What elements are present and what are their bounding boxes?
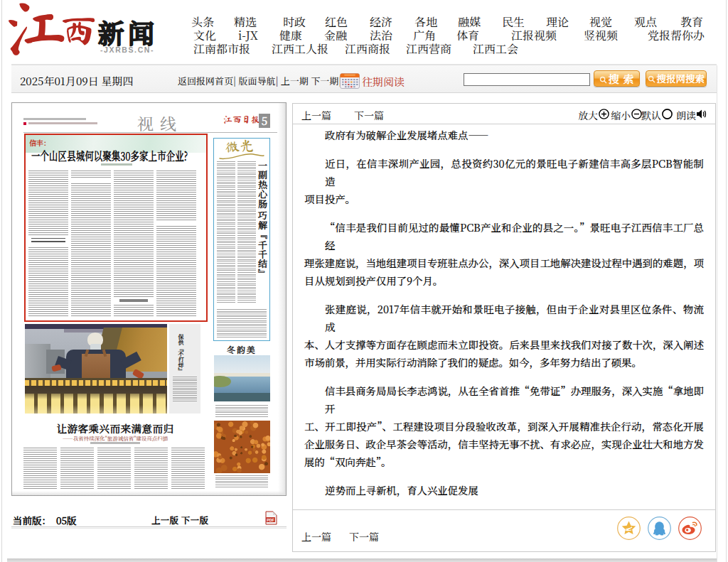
svg-text:PDF: PDF: [267, 518, 274, 522]
